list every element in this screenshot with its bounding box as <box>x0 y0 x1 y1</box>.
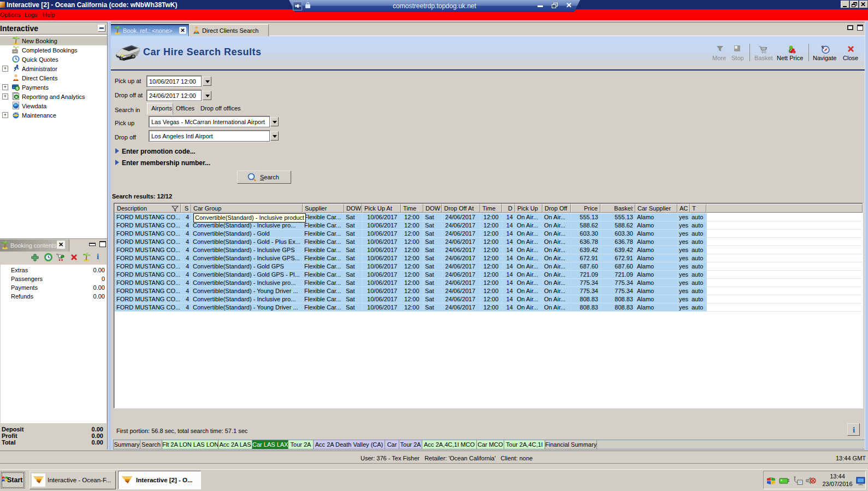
svg-text:$: $ <box>16 86 19 91</box>
